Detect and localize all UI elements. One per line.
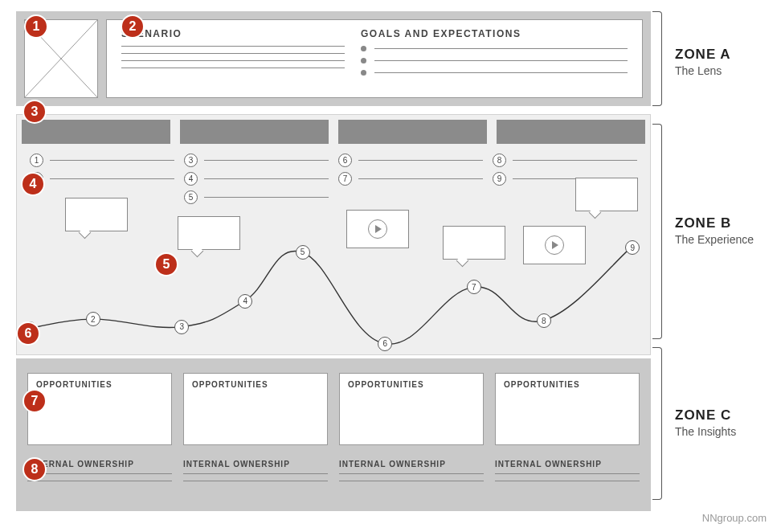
opportunities-label: OPPORTUNITIES <box>348 380 475 389</box>
opportunities-box: OPPORTUNITIES <box>27 373 172 445</box>
scenario-placeholder-lines <box>121 46 345 68</box>
annotation-badge-3: 3 <box>22 100 47 124</box>
curve-node: 9 <box>625 240 640 255</box>
step-number: 7 <box>338 172 352 186</box>
curve-node: 7 <box>467 280 481 294</box>
zone-c-column: OPPORTUNITIES INTERNAL OWNERSHIP <box>27 373 172 503</box>
goals-section: GOALS AND EXPECTATIONS <box>361 28 628 94</box>
bullet-icon <box>361 46 366 51</box>
scenario-section: SCENARIO <box>121 28 345 94</box>
ownership-label: INTERNAL OWNERSHIP <box>339 460 484 469</box>
annotation-badge-8: 8 <box>22 457 47 481</box>
zone-c-column: OPPORTUNITIES INTERNAL OWNERSHIP <box>339 373 484 503</box>
ownership-block: INTERNAL OWNERSHIP <box>27 460 172 488</box>
curve-node: 8 <box>537 313 551 328</box>
annotation-badge-4: 4 <box>21 172 45 196</box>
step-number: 8 <box>493 153 506 167</box>
ownership-block: INTERNAL OWNERSHIP <box>495 460 640 488</box>
annotation-badge-7: 7 <box>22 389 47 413</box>
step-number: 9 <box>493 172 506 186</box>
annotation-badge-2: 2 <box>121 14 145 39</box>
phase-bar <box>22 120 170 144</box>
opportunities-box: OPPORTUNITIES <box>339 373 484 445</box>
zone-b-bracket <box>652 124 662 339</box>
curve-node: 5 <box>296 245 310 260</box>
zone-c-panel: OPPORTUNITIES INTERNAL OWNERSHIP OPPORTU… <box>16 358 651 511</box>
step-number: 3 <box>184 153 198 167</box>
annotation-badge-5: 5 <box>154 252 178 276</box>
zone-a-title: ZONE A <box>675 47 731 63</box>
annotation-badge-6: 6 <box>16 321 40 346</box>
opportunities-label: OPPORTUNITIES <box>504 380 631 389</box>
opportunities-box: OPPORTUNITIES <box>495 373 640 445</box>
goals-bullets <box>361 46 628 76</box>
ownership-label: INTERNAL OWNERSHIP <box>495 460 640 469</box>
curve-node: 3 <box>174 320 189 334</box>
phase-bar <box>180 120 329 144</box>
step-number: 1 <box>30 153 43 167</box>
zone-b-title: ZONE B <box>675 215 754 231</box>
zone-c-bracket <box>652 347 662 500</box>
ownership-block: INTERNAL OWNERSHIP <box>339 460 484 488</box>
zone-labels-column: ZONE A The Lens ZONE B The Experience ZO… <box>652 11 777 511</box>
zone-c-column: OPPORTUNITIES INTERNAL OWNERSHIP <box>495 373 640 503</box>
credit-text: NNgroup.com <box>702 512 767 524</box>
curve-node: 6 <box>378 337 392 351</box>
zone-b-subtitle: The Experience <box>675 233 754 246</box>
ownership-block: INTERNAL OWNERSHIP <box>183 460 328 488</box>
zone-a-panel: SCENARIO GOALS AND EXPECTATIONS <box>16 11 651 106</box>
zone-a-header-box: SCENARIO GOALS AND EXPECTATIONS <box>106 19 643 98</box>
opportunities-label: OPPORTUNITIES <box>192 380 319 389</box>
journey-map-diagram: SCENARIO GOALS AND EXPECTATIONS <box>16 11 651 511</box>
ownership-label: INTERNAL OWNERSHIP <box>27 460 172 469</box>
step-number: 6 <box>338 153 352 167</box>
zone-c-column: OPPORTUNITIES INTERNAL OWNERSHIP <box>183 373 328 503</box>
zone-b-panel: 1 2 3 4 5 6 7 8 9 12 <box>16 114 651 355</box>
phase-bar <box>497 120 645 144</box>
opportunities-label: OPPORTUNITIES <box>36 380 163 389</box>
curve-node: 4 <box>238 294 252 309</box>
bullet-icon <box>361 58 366 63</box>
phase-bars-row <box>17 115 650 141</box>
goals-title: GOALS AND EXPECTATIONS <box>361 28 628 39</box>
opportunities-box: OPPORTUNITIES <box>183 373 328 445</box>
curve-node: 2 <box>86 312 100 326</box>
ownership-label: INTERNAL OWNERSHIP <box>183 460 328 469</box>
step-number: 4 <box>184 172 198 186</box>
phase-bar <box>338 120 487 144</box>
bullet-icon <box>361 70 366 76</box>
scenario-title: SCENARIO <box>121 28 345 39</box>
annotation-badge-1: 1 <box>24 14 48 39</box>
zone-a-bracket <box>652 11 662 106</box>
zone-a-subtitle: The Lens <box>675 64 731 77</box>
zone-c-subtitle: The Insights <box>675 425 736 438</box>
zone-c-title: ZONE C <box>675 407 736 424</box>
emotion-curve-area: 123456789 <box>17 202 650 354</box>
